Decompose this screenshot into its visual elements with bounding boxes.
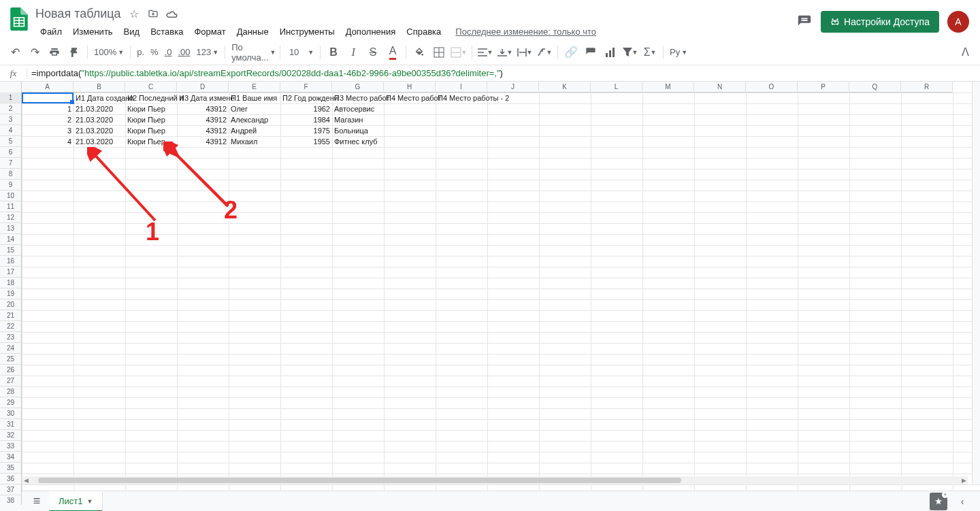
row-header[interactable]: 6	[0, 147, 21, 158]
row-header[interactable]: 5	[0, 136, 21, 147]
cloud-icon[interactable]	[166, 7, 178, 20]
row-header[interactable]: 25	[0, 354, 21, 365]
row-header[interactable]: 17	[0, 267, 21, 278]
row-header[interactable]: 36	[0, 474, 21, 484]
explore-button[interactable]	[930, 493, 947, 510]
document-title[interactable]: Новая таблица	[35, 7, 121, 21]
fx-label[interactable]: fx	[0, 68, 27, 79]
data-cell[interactable]: 4	[22, 136, 74, 147]
row-header[interactable]: 33	[0, 441, 21, 452]
merge-button[interactable]: ▼	[449, 43, 468, 62]
font-size[interactable]: 10	[284, 47, 304, 57]
row-header[interactable]: 12	[0, 212, 21, 223]
side-panel-toggle[interactable]: ‹	[950, 491, 975, 512]
undo-button[interactable]: ↶	[5, 43, 24, 62]
decrease-decimal-button[interactable]: .0	[162, 47, 175, 57]
menu-item[interactable]: Дополнения	[341, 25, 401, 38]
data-cell[interactable]: Кюри Пьер	[125, 114, 177, 125]
column-header[interactable]: P	[798, 82, 849, 93]
menu-item[interactable]: Формат	[189, 25, 230, 38]
column-header[interactable]: K	[539, 82, 591, 93]
row-header[interactable]: 26	[0, 365, 21, 376]
account-avatar[interactable]: A	[947, 11, 969, 33]
row-header[interactable]: 28	[0, 386, 21, 397]
data-cell[interactable]: Магазин	[332, 114, 384, 125]
last-edit-link[interactable]: Последнее изменение: только что	[455, 27, 596, 37]
input-tools-button[interactable]: Ру▼	[667, 47, 690, 57]
italic-button[interactable]: I	[344, 43, 363, 62]
row-header[interactable]: 10	[0, 191, 21, 201]
header-cell[interactable]: И3 Дата измене	[177, 93, 229, 103]
row-header[interactable]: 29	[0, 397, 21, 408]
menu-item[interactable]: Файл	[35, 25, 67, 38]
row-header[interactable]: 35	[0, 463, 21, 474]
wrap-button[interactable]: ▼	[515, 43, 534, 62]
column-header[interactable]: H	[384, 82, 436, 93]
column-header[interactable]: A	[22, 82, 74, 93]
column-header[interactable]: O	[746, 82, 798, 93]
paint-format-button[interactable]	[65, 43, 84, 62]
data-cell[interactable]: Олег	[229, 103, 280, 114]
menu-item[interactable]: Изменить	[68, 25, 118, 38]
column-header[interactable]: M	[642, 82, 694, 93]
column-header[interactable]: E	[229, 82, 280, 93]
text-color-button[interactable]: A	[383, 43, 402, 62]
data-cell[interactable]: Кюри Пьер	[125, 136, 177, 147]
column-header[interactable]: F	[280, 82, 332, 93]
row-header[interactable]: 19	[0, 289, 21, 299]
all-sheets-button[interactable]: ≡	[24, 491, 49, 512]
column-header[interactable]: Q	[849, 82, 901, 93]
row-header[interactable]: 15	[0, 245, 21, 256]
header-cell[interactable]: П3 Место работ	[332, 93, 384, 103]
column-header[interactable]: I	[436, 82, 487, 93]
percent-button[interactable]: %	[148, 47, 161, 57]
data-cell[interactable]: Кюри Пьер	[125, 125, 177, 136]
sheet-tab[interactable]: Лист1▼	[49, 491, 103, 512]
link-button[interactable]: 🔗	[561, 43, 581, 62]
share-button[interactable]: Настройки Доступа	[821, 11, 939, 33]
data-cell[interactable]: 1975	[280, 125, 332, 136]
header-cell[interactable]: Номер	[22, 93, 74, 103]
menu-item[interactable]: Справка	[402, 25, 446, 38]
sheets-logo[interactable]	[5, 5, 33, 33]
functions-button[interactable]: Σ▼	[640, 43, 659, 62]
chart-button[interactable]	[601, 43, 620, 62]
row-header[interactable]: 1	[0, 93, 21, 103]
header-cell[interactable]: П2 Год рождени	[280, 93, 332, 103]
data-cell[interactable]: Михаил	[229, 136, 280, 147]
data-cell[interactable]: Кюри Пьер	[125, 103, 177, 114]
valign-button[interactable]: ▼	[495, 43, 514, 62]
star-icon[interactable]: ☆	[128, 7, 140, 20]
row-header[interactable]: 9	[0, 180, 21, 191]
data-cell[interactable]: 21.03.2020	[74, 125, 125, 136]
header-cell[interactable]: И2 Последний п	[125, 93, 177, 103]
column-header[interactable]: R	[901, 82, 953, 93]
menu-item[interactable]: Данные	[232, 25, 274, 38]
row-header[interactable]: 16	[0, 256, 21, 267]
fill-color-button[interactable]	[410, 43, 429, 62]
vertical-scrollbar[interactable]	[972, 82, 980, 484]
font-size-dropdown[interactable]: ▼	[305, 49, 316, 56]
comment-icon[interactable]	[796, 14, 813, 30]
select-all-corner[interactable]	[0, 82, 22, 93]
menu-item[interactable]: Вставка	[146, 25, 188, 38]
row-header[interactable]: 30	[0, 408, 21, 419]
data-cell[interactable]: 43912	[177, 125, 229, 136]
strikethrough-button[interactable]: S	[363, 43, 382, 62]
menu-item[interactable]: Вид	[119, 25, 145, 38]
row-header[interactable]: 37	[0, 484, 21, 495]
row-header[interactable]: 3	[0, 114, 21, 125]
horizontal-scrollbar[interactable]: ◀▶	[22, 476, 968, 484]
data-cell[interactable]: 2	[22, 114, 74, 125]
column-header[interactable]: N	[694, 82, 746, 93]
filter-button[interactable]: ▼	[621, 43, 640, 62]
collapse-toolbar-icon[interactable]: ᐱ	[956, 43, 975, 62]
data-cell[interactable]: 1955	[280, 136, 332, 147]
row-header[interactable]: 20	[0, 299, 21, 310]
data-cell[interactable]: 43912	[177, 114, 229, 125]
column-header[interactable]: G	[332, 82, 384, 93]
row-header[interactable]: 14	[0, 234, 21, 245]
row-header[interactable]: 7	[0, 158, 21, 169]
data-cell[interactable]: 21.03.2020	[74, 114, 125, 125]
column-header[interactable]: J	[487, 82, 539, 93]
